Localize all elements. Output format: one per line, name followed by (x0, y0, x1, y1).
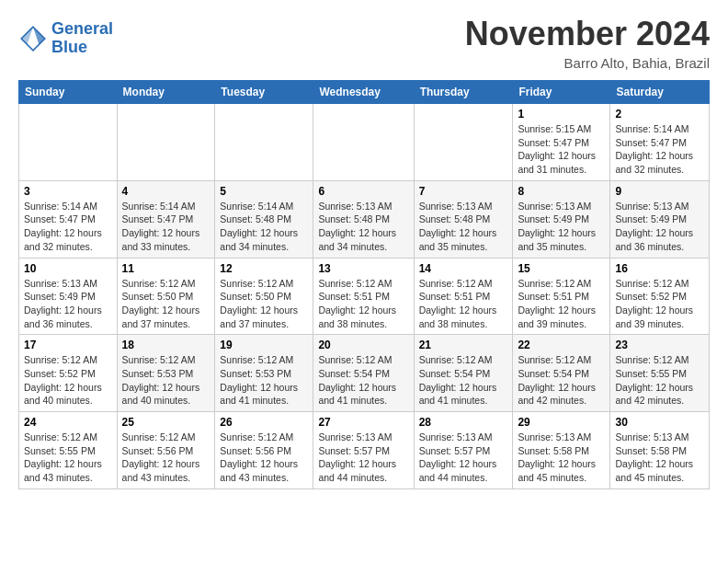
day-info: Sunrise: 5:13 AMSunset: 5:49 PMDaylight:… (518, 200, 605, 254)
day-number: 5 (220, 185, 308, 198)
day-cell: 20Sunrise: 5:12 AMSunset: 5:54 PMDayligh… (313, 335, 414, 412)
day-number: 17 (24, 339, 112, 351)
day-number: 25 (122, 416, 210, 429)
logo: General Blue (18, 20, 113, 57)
day-cell: 11Sunrise: 5:12 AMSunset: 5:50 PMDayligh… (117, 258, 215, 335)
day-cell: 2Sunrise: 5:14 AMSunset: 5:47 PMDaylight… (610, 104, 710, 181)
day-number: 2 (615, 108, 704, 121)
day-number: 6 (318, 185, 408, 198)
logo-line2: Blue (51, 38, 87, 56)
day-cell: 7Sunrise: 5:13 AMSunset: 5:48 PMDaylight… (414, 180, 513, 258)
day-info: Sunrise: 5:14 AMSunset: 5:48 PMDaylight:… (220, 200, 308, 254)
day-info: Sunrise: 5:14 AMSunset: 5:47 PMDaylight:… (24, 200, 112, 254)
page: General Blue November 2024 Barro Alto, B… (0, 0, 728, 504)
day-info: Sunrise: 5:12 AMSunset: 5:52 PMDaylight:… (24, 353, 112, 408)
day-number: 9 (615, 185, 704, 198)
day-number: 19 (220, 339, 308, 351)
day-number: 16 (615, 262, 704, 275)
day-number: 7 (419, 185, 508, 198)
week-row-4: 17Sunrise: 5:12 AMSunset: 5:52 PMDayligh… (19, 335, 710, 412)
day-cell (215, 104, 313, 181)
day-info: Sunrise: 5:14 AMSunset: 5:47 PMDaylight:… (615, 122, 704, 177)
day-cell: 26Sunrise: 5:12 AMSunset: 5:56 PMDayligh… (215, 412, 313, 489)
location: Barro Alto, Bahia, Brazil (465, 55, 710, 71)
day-number: 15 (518, 262, 605, 275)
week-row-2: 3Sunrise: 5:14 AMSunset: 5:47 PMDaylight… (19, 180, 710, 258)
day-number: 23 (615, 339, 704, 351)
day-info: Sunrise: 5:13 AMSunset: 5:49 PMDaylight:… (24, 277, 112, 331)
day-info: Sunrise: 5:12 AMSunset: 5:52 PMDaylight:… (615, 277, 704, 331)
week-row-5: 24Sunrise: 5:12 AMSunset: 5:55 PMDayligh… (19, 412, 710, 489)
day-number: 28 (419, 416, 508, 429)
day-cell (117, 104, 215, 181)
day-number: 12 (220, 262, 308, 275)
title-block: November 2024 Barro Alto, Bahia, Brazil (465, 15, 710, 71)
day-cell: 9Sunrise: 5:13 AMSunset: 5:49 PMDaylight… (610, 180, 710, 258)
svg-marker-2 (21, 27, 33, 44)
col-header-friday: Friday (513, 81, 610, 104)
day-cell: 8Sunrise: 5:13 AMSunset: 5:49 PMDaylight… (513, 180, 610, 258)
week-row-3: 10Sunrise: 5:13 AMSunset: 5:49 PMDayligh… (19, 258, 710, 335)
day-info: Sunrise: 5:12 AMSunset: 5:55 PMDaylight:… (24, 431, 112, 485)
day-cell: 18Sunrise: 5:12 AMSunset: 5:53 PMDayligh… (117, 335, 215, 412)
day-cell: 1Sunrise: 5:15 AMSunset: 5:47 PMDaylight… (513, 104, 610, 181)
day-cell (313, 104, 414, 181)
col-header-thursday: Thursday (414, 81, 513, 104)
day-info: Sunrise: 5:12 AMSunset: 5:54 PMDaylight:… (419, 353, 508, 408)
day-cell: 22Sunrise: 5:12 AMSunset: 5:54 PMDayligh… (513, 335, 610, 412)
day-number: 3 (24, 185, 112, 198)
day-info: Sunrise: 5:12 AMSunset: 5:56 PMDaylight:… (220, 431, 308, 485)
day-cell (19, 104, 118, 181)
day-cell: 14Sunrise: 5:12 AMSunset: 5:51 PMDayligh… (414, 258, 513, 335)
day-cell: 12Sunrise: 5:12 AMSunset: 5:50 PMDayligh… (215, 258, 313, 335)
day-number: 8 (518, 185, 605, 198)
day-cell (414, 104, 513, 181)
month-title: November 2024 (465, 15, 710, 53)
day-number: 20 (318, 339, 408, 351)
day-info: Sunrise: 5:12 AMSunset: 5:53 PMDaylight:… (220, 353, 308, 408)
day-cell: 25Sunrise: 5:12 AMSunset: 5:56 PMDayligh… (117, 412, 215, 489)
day-info: Sunrise: 5:12 AMSunset: 5:53 PMDaylight:… (122, 353, 210, 408)
col-header-monday: Monday (117, 81, 215, 104)
logo-line1: General (51, 19, 113, 38)
day-number: 30 (615, 416, 704, 429)
col-header-saturday: Saturday (610, 81, 710, 104)
day-cell: 10Sunrise: 5:13 AMSunset: 5:49 PMDayligh… (19, 258, 118, 335)
day-cell: 27Sunrise: 5:13 AMSunset: 5:57 PMDayligh… (313, 412, 414, 489)
day-info: Sunrise: 5:12 AMSunset: 5:55 PMDaylight:… (615, 353, 704, 408)
day-number: 10 (24, 262, 112, 275)
day-cell: 28Sunrise: 5:13 AMSunset: 5:57 PMDayligh… (414, 412, 513, 489)
day-number: 4 (122, 185, 210, 198)
day-number: 13 (318, 262, 408, 275)
day-cell: 13Sunrise: 5:12 AMSunset: 5:51 PMDayligh… (313, 258, 414, 335)
day-info: Sunrise: 5:14 AMSunset: 5:47 PMDaylight:… (122, 200, 210, 254)
day-cell: 15Sunrise: 5:12 AMSunset: 5:51 PMDayligh… (513, 258, 610, 335)
day-info: Sunrise: 5:12 AMSunset: 5:56 PMDaylight:… (122, 431, 210, 485)
day-number: 26 (220, 416, 308, 429)
logo-text: General Blue (51, 20, 113, 57)
day-cell: 19Sunrise: 5:12 AMSunset: 5:53 PMDayligh… (215, 335, 313, 412)
day-info: Sunrise: 5:13 AMSunset: 5:57 PMDaylight:… (419, 431, 508, 485)
day-cell: 17Sunrise: 5:12 AMSunset: 5:52 PMDayligh… (19, 335, 118, 412)
day-info: Sunrise: 5:13 AMSunset: 5:57 PMDaylight:… (318, 431, 408, 485)
day-cell: 30Sunrise: 5:13 AMSunset: 5:58 PMDayligh… (610, 412, 710, 489)
week-row-1: 1Sunrise: 5:15 AMSunset: 5:47 PMDaylight… (19, 104, 710, 181)
day-cell: 16Sunrise: 5:12 AMSunset: 5:52 PMDayligh… (610, 258, 710, 335)
calendar-table: SundayMondayTuesdayWednesdayThursdayFrid… (18, 80, 710, 489)
header-row: SundayMondayTuesdayWednesdayThursdayFrid… (19, 81, 710, 104)
day-cell: 5Sunrise: 5:14 AMSunset: 5:48 PMDaylight… (215, 180, 313, 258)
day-info: Sunrise: 5:12 AMSunset: 5:54 PMDaylight:… (518, 353, 605, 408)
day-info: Sunrise: 5:13 AMSunset: 5:58 PMDaylight:… (518, 431, 605, 485)
day-info: Sunrise: 5:12 AMSunset: 5:51 PMDaylight:… (419, 277, 508, 331)
day-cell: 29Sunrise: 5:13 AMSunset: 5:58 PMDayligh… (513, 412, 610, 489)
day-cell: 3Sunrise: 5:14 AMSunset: 5:47 PMDaylight… (19, 180, 118, 258)
day-info: Sunrise: 5:12 AMSunset: 5:51 PMDaylight:… (318, 277, 408, 331)
day-info: Sunrise: 5:12 AMSunset: 5:54 PMDaylight:… (318, 353, 408, 408)
day-info: Sunrise: 5:13 AMSunset: 5:58 PMDaylight:… (615, 431, 704, 485)
day-number: 18 (122, 339, 210, 351)
day-cell: 23Sunrise: 5:12 AMSunset: 5:55 PMDayligh… (610, 335, 710, 412)
day-cell: 21Sunrise: 5:12 AMSunset: 5:54 PMDayligh… (414, 335, 513, 412)
day-info: Sunrise: 5:15 AMSunset: 5:47 PMDaylight:… (518, 122, 605, 177)
day-number: 21 (419, 339, 508, 351)
day-number: 24 (24, 416, 112, 429)
